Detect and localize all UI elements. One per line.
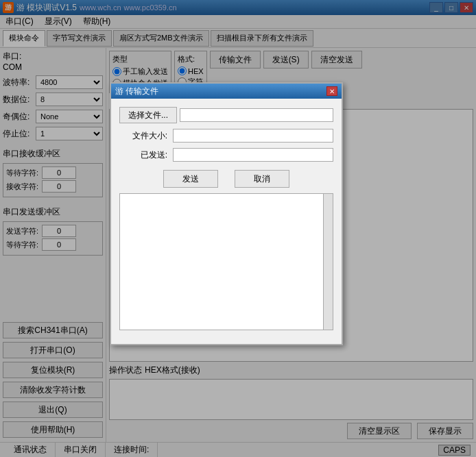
dialog-body: 选择文件... 文件大小: 已发送: 发送 取消 — [111, 99, 342, 344]
modal-overlay: 游 传输文件 ✕ 选择文件... 文件大小: 已发送: 发送 取消 — [0, 0, 476, 457]
dialog-scroll-area — [119, 193, 333, 330]
sent-row: 已发送: — [119, 148, 333, 162]
file-size-label: 文件大小: — [119, 130, 167, 142]
dialog-cancel-button[interactable]: 取消 — [235, 170, 289, 188]
file-size-input — [173, 129, 333, 143]
transfer-dialog: 游 传输文件 ✕ 选择文件... 文件大小: 已发送: 发送 取消 — [110, 82, 343, 345]
sent-label: 已发送: — [119, 149, 167, 161]
dialog-title: 游 传输文件 — [115, 86, 158, 97]
dialog-close-button[interactable]: ✕ — [326, 86, 337, 96]
select-file-button[interactable]: 选择文件... — [119, 107, 177, 123]
dialog-scrollbar[interactable] — [323, 194, 333, 330]
file-size-row: 文件大小: — [119, 129, 333, 143]
dialog-title-bar: 游 传输文件 ✕ — [111, 84, 342, 99]
file-path-input[interactable] — [180, 108, 333, 122]
sent-input — [173, 148, 333, 162]
dialog-send-button[interactable]: 发送 — [163, 170, 218, 188]
select-file-row: 选择文件... — [119, 107, 333, 123]
dialog-buttons: 发送 取消 — [119, 170, 333, 188]
